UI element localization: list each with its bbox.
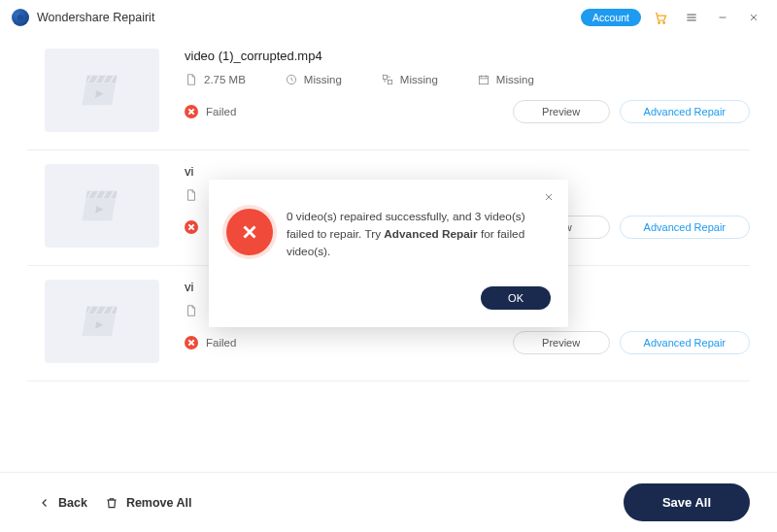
- close-icon[interactable]: [742, 6, 765, 29]
- modal-message: 0 video(s) repaired successfully, and 3 …: [287, 209, 551, 260]
- save-all-button[interactable]: Save All: [624, 483, 750, 521]
- modal-overlay: 0 video(s) repaired successfully, and 3 …: [0, 35, 777, 472]
- svg-point-0: [658, 21, 659, 23]
- modal-ok-button[interactable]: OK: [481, 286, 551, 310]
- back-label: Back: [58, 496, 87, 510]
- error-icon: [226, 209, 273, 255]
- svg-point-1: [662, 21, 664, 23]
- repair-result-modal: 0 video(s) repaired successfully, and 3 …: [209, 180, 568, 326]
- hamburger-icon[interactable]: [680, 6, 703, 29]
- remove-all-label: Remove All: [126, 496, 192, 510]
- modal-close-button[interactable]: [539, 187, 558, 207]
- minimize-icon[interactable]: [711, 6, 734, 29]
- remove-all-button[interactable]: Remove All: [105, 496, 192, 510]
- chevron-left-icon: [39, 497, 51, 509]
- app-logo-icon: [12, 9, 29, 26]
- close-icon: [543, 191, 555, 203]
- trash-icon: [105, 496, 118, 510]
- cart-icon[interactable]: [649, 6, 672, 29]
- footer: Back Remove All Save All: [0, 472, 777, 532]
- account-button[interactable]: Account: [581, 9, 641, 26]
- app-title: Wondershare Repairit: [37, 11, 154, 24]
- titlebar: Wondershare Repairit Account: [0, 0, 777, 35]
- back-button[interactable]: Back: [39, 496, 87, 510]
